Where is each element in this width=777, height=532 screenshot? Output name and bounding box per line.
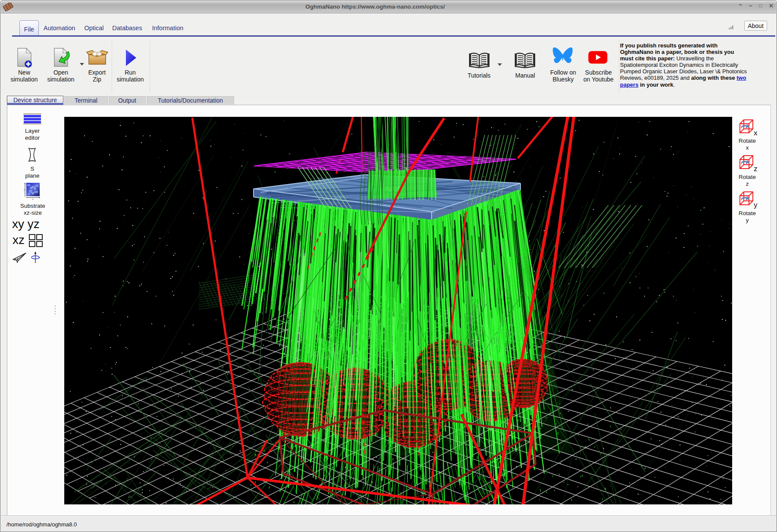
svg-text:z: z [32,198,34,200]
svg-text:y: y [754,201,758,209]
svg-text:x: x [754,129,758,137]
svg-text:z: z [754,165,758,172]
